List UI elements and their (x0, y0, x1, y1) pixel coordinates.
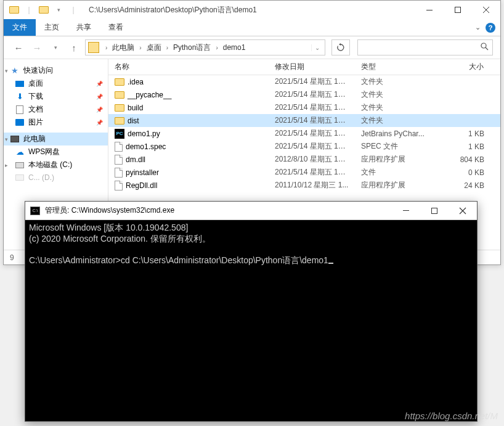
file-row[interactable]: RegDll.dll2011/10/12 星期三 1...应用程序扩展24 KB (108, 179, 500, 192)
file-row[interactable]: dm.dll2012/8/10 星期五 15:...应用程序扩展804 KB (108, 153, 500, 166)
file-icon (115, 181, 123, 190)
cmd-maximize-button[interactable] (420, 202, 449, 220)
refresh-button[interactable] (331, 39, 350, 55)
file-name: .idea (128, 78, 144, 86)
cell-name: .idea (108, 78, 269, 86)
cell-date: 2021/5/14 星期五 15:... (269, 76, 355, 87)
cmd-output[interactable]: Microsoft Windows [版本 10.0.19042.508] (c… (25, 220, 477, 268)
cell-name: pyinstaller (108, 168, 269, 178)
cmd-prompt: C:\Users\Administrator>cd C:\Users\Admin… (29, 255, 328, 265)
col-type[interactable]: 类型 (355, 62, 441, 72)
sidebar-item-wps[interactable]: ☁WPS网盘 (4, 145, 108, 158)
tab-file[interactable]: 文件 (4, 19, 36, 36)
nav-up-button[interactable]: ↑ (67, 40, 81, 55)
sidebar-this-pc[interactable]: ▾此电脑 (4, 133, 108, 145)
tab-home[interactable]: 主页 (36, 19, 68, 36)
titlebar-path: C:\Users\Administrator\Desktop\Python语言\… (84, 5, 415, 15)
sidebar-item-pictures[interactable]: 图片📌 (4, 116, 108, 129)
system-menu-icon[interactable] (7, 3, 21, 17)
sidebar-label: 文档 (28, 104, 43, 115)
ribbon-collapse-icon[interactable]: ⌄ (475, 23, 481, 31)
explorer-titlebar: | ▾ | C:\Users\Administrator\Desktop\Pyt… (4, 1, 500, 19)
help-icon[interactable]: ? (486, 23, 495, 33)
chevron-right-icon[interactable]: › (164, 44, 171, 51)
python-file-icon: PC (115, 129, 124, 139)
cell-size: 1 KB (441, 129, 490, 138)
file-row[interactable]: dist2021/5/14 星期五 15:...文件夹 (108, 114, 500, 127)
tab-share[interactable]: 共享 (68, 19, 100, 36)
breadcrumb-dropdown[interactable]: ⌄ (311, 44, 322, 51)
cell-name: dist (108, 117, 269, 125)
pc-icon (10, 136, 19, 142)
cell-type: SPEC 文件 (355, 141, 441, 152)
maximize-button[interactable] (444, 1, 472, 19)
cell-name: build (108, 104, 269, 112)
file-row[interactable]: __pycache__2021/5/14 星期五 15:...文件夹 (108, 88, 500, 101)
folder-icon (115, 117, 124, 125)
breadcrumb-item[interactable]: 桌面 (144, 43, 164, 53)
disk-icon (15, 162, 24, 168)
cmd-titlebar[interactable]: C:\ 管理员: C:\Windows\system32\cmd.exe (25, 202, 477, 220)
cell-date: 2021/5/14 星期五 15:... (269, 141, 355, 152)
qa-separator: | (67, 3, 80, 17)
sidebar-label: C... (D.) (28, 173, 54, 182)
file-name: demo1.spec (126, 142, 166, 151)
cmd-minimize-button[interactable] (392, 202, 420, 220)
col-size[interactable]: 大小 (441, 62, 490, 72)
breadcrumb-item[interactable]: Python语言 (171, 43, 213, 53)
breadcrumb-item[interactable]: demo1 (221, 43, 248, 52)
document-icon (16, 105, 23, 114)
file-row[interactable]: pyinstaller2021/5/14 星期五 15:...文件0 KB (108, 166, 500, 179)
file-name: dm.dll (126, 155, 145, 164)
sidebar-item-local-disk[interactable]: ▸本地磁盘 (C:) (4, 158, 108, 171)
cell-date: 2012/8/10 星期五 15:... (269, 154, 355, 165)
tab-view[interactable]: 查看 (100, 19, 132, 36)
col-name[interactable]: 名称 (108, 62, 269, 72)
file-icon (115, 168, 123, 178)
col-date[interactable]: 修改日期 (269, 62, 355, 72)
nav-recent-dropdown[interactable]: ▾ (48, 40, 63, 55)
cell-size: 24 KB (441, 181, 490, 190)
sidebar-label: 快速访问 (23, 65, 53, 76)
search-icon[interactable] (481, 43, 489, 52)
breadcrumb[interactable]: › 此电脑 › 桌面 › Python语言 › demo1 ⌄ (85, 39, 325, 55)
sidebar-item-documents[interactable]: 文档📌 (4, 103, 108, 116)
cmd-close-button[interactable] (449, 202, 477, 220)
cell-name: RegDll.dll (108, 181, 269, 190)
qa-folder-icon[interactable] (37, 3, 51, 17)
chevron-right-icon[interactable]: › (103, 44, 110, 51)
sidebar-item-desktop[interactable]: 桌面📌 (4, 77, 108, 90)
cell-name: PCdemo1.py (108, 129, 269, 139)
file-name: demo1.py (128, 129, 160, 138)
chevron-right-icon[interactable]: › (137, 44, 144, 51)
breadcrumb-item[interactable]: 此电脑 (110, 43, 137, 53)
desktop-icon (15, 81, 24, 87)
star-icon: ★ (10, 66, 20, 76)
cell-date: 2021/5/14 星期五 15:... (269, 89, 355, 100)
cell-size: 0 KB (441, 168, 490, 177)
file-row[interactable]: PCdemo1.py2021/5/14 星期五 15:...JetBrains … (108, 127, 500, 140)
minimize-button[interactable] (415, 1, 444, 19)
qa-dropdown-icon[interactable]: ▾ (52, 3, 65, 17)
sidebar-quick-access[interactable]: ▾★快速访问 (4, 64, 108, 77)
sidebar-item-truncated[interactable]: C... (D.) (4, 171, 108, 184)
file-row[interactable]: build2021/5/14 星期五 15:...文件夹 (108, 101, 500, 114)
sidebar-label: 本地磁盘 (C:) (28, 160, 72, 170)
cell-type: 文件夹 (355, 89, 441, 100)
search-input[interactable] (362, 43, 481, 52)
ribbon-tabs: 文件 主页 共享 查看 ⌄ ? (4, 19, 500, 36)
watermark: https://blog.csdn.net/M (405, 411, 498, 421)
nav-forward-button[interactable]: → (30, 40, 44, 55)
cell-size: 1 KB (441, 142, 490, 151)
chevron-right-icon[interactable]: › (213, 44, 220, 51)
cmd-title: 管理员: C:\Windows\system32\cmd.exe (45, 205, 392, 216)
nav-back-button[interactable]: ← (11, 40, 26, 55)
search-box[interactable] (357, 39, 493, 55)
item-count: 9 (10, 253, 14, 262)
close-button[interactable] (472, 1, 500, 19)
wps-icon: ☁ (15, 147, 25, 157)
file-row[interactable]: .idea2021/5/14 星期五 15:...文件夹 (108, 75, 500, 88)
file-row[interactable]: demo1.spec2021/5/14 星期五 15:...SPEC 文件1 K… (108, 140, 500, 153)
cmd-line: Microsoft Windows [版本 10.0.19042.508] (29, 223, 188, 232)
sidebar-item-downloads[interactable]: ⬇下载📌 (4, 90, 108, 103)
